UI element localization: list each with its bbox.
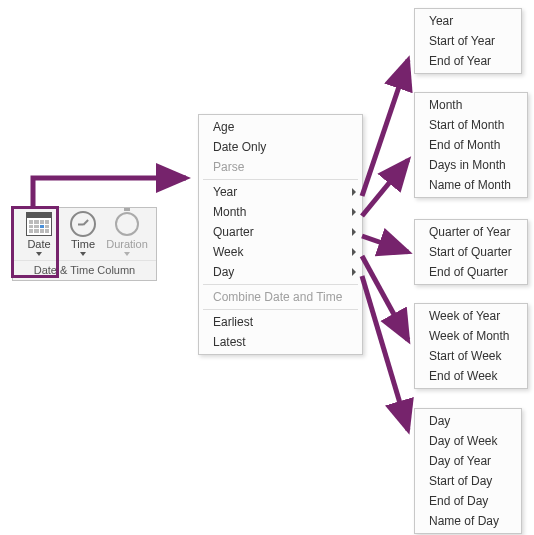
chevron-down-icon	[80, 252, 86, 256]
date-button-label: Date	[17, 238, 61, 251]
menu-item-start-of-month[interactable]: Start of Month	[415, 115, 527, 135]
menu-item-month-month[interactable]: Month	[415, 95, 527, 115]
submenu-arrow-icon	[352, 188, 356, 196]
date-menu: Age Date Only Parse Year Month Quarter W…	[198, 114, 363, 355]
svg-line-1	[362, 160, 408, 216]
calendar-icon	[25, 212, 53, 236]
submenu-day: Day Day of Week Day of Year Start of Day…	[414, 408, 522, 534]
submenu-arrow-icon	[352, 208, 356, 216]
duration-button-label: Duration	[105, 238, 149, 251]
submenu-arrow-icon	[352, 228, 356, 236]
submenu-week: Week of Year Week of Month Start of Week…	[414, 303, 528, 389]
submenu-year: Year Start of Year End of Year	[414, 8, 522, 74]
menu-item-earliest[interactable]: Earliest	[199, 312, 362, 332]
menu-item-start-of-year[interactable]: Start of Year	[415, 31, 521, 51]
menu-item-label: Month	[213, 205, 246, 219]
submenu-arrow-icon	[352, 248, 356, 256]
submenu-quarter: Quarter of Year Start of Quarter End of …	[414, 219, 528, 285]
svg-line-0	[362, 60, 408, 196]
menu-item-age[interactable]: Age	[199, 117, 362, 137]
menu-item-label: Quarter	[213, 225, 254, 239]
menu-item-day-of-week[interactable]: Day of Week	[415, 431, 521, 451]
menu-item-week-of-month[interactable]: Week of Month	[415, 326, 527, 346]
menu-item-day-day[interactable]: Day	[415, 411, 521, 431]
menu-separator	[203, 179, 358, 180]
menu-item-year-year[interactable]: Year	[415, 11, 521, 31]
stopwatch-icon	[113, 212, 141, 236]
menu-separator	[203, 309, 358, 310]
duration-dropdown-button: Duration	[105, 210, 149, 258]
menu-item-label: Year	[213, 185, 237, 199]
menu-item-end-of-quarter[interactable]: End of Quarter	[415, 262, 527, 282]
menu-separator	[203, 284, 358, 285]
menu-item-label: Week	[213, 245, 243, 259]
menu-item-start-of-quarter[interactable]: Start of Quarter	[415, 242, 527, 262]
time-dropdown-button[interactable]: Time	[61, 210, 105, 258]
time-button-label: Time	[61, 238, 105, 251]
chevron-down-icon	[36, 252, 42, 256]
menu-item-combine: Combine Date and Time	[199, 287, 362, 307]
menu-item-quarter[interactable]: Quarter	[199, 222, 362, 242]
submenu-month: Month Start of Month End of Month Days i…	[414, 92, 528, 198]
menu-item-name-of-day[interactable]: Name of Day	[415, 511, 521, 531]
menu-item-end-of-week[interactable]: End of Week	[415, 366, 527, 386]
svg-line-4	[362, 276, 408, 430]
menu-item-month[interactable]: Month	[199, 202, 362, 222]
clock-icon	[69, 212, 97, 236]
menu-item-end-of-day[interactable]: End of Day	[415, 491, 521, 511]
menu-item-end-of-month[interactable]: End of Month	[415, 135, 527, 155]
menu-item-name-of-month[interactable]: Name of Month	[415, 175, 527, 195]
menu-item-date-only[interactable]: Date Only	[199, 137, 362, 157]
menu-item-day-of-year[interactable]: Day of Year	[415, 451, 521, 471]
svg-line-3	[362, 256, 408, 340]
menu-item-start-of-day[interactable]: Start of Day	[415, 471, 521, 491]
menu-item-day[interactable]: Day	[199, 262, 362, 282]
menu-item-start-of-week[interactable]: Start of Week	[415, 346, 527, 366]
menu-item-week[interactable]: Week	[199, 242, 362, 262]
chevron-down-icon	[124, 252, 130, 256]
menu-item-parse: Parse	[199, 157, 362, 177]
menu-item-quarter-of-year[interactable]: Quarter of Year	[415, 222, 527, 242]
svg-line-2	[362, 236, 408, 252]
menu-item-label: Day	[213, 265, 234, 279]
menu-item-latest[interactable]: Latest	[199, 332, 362, 352]
menu-item-end-of-year[interactable]: End of Year	[415, 51, 521, 71]
submenu-arrow-icon	[352, 268, 356, 276]
ribbon-group-date-time: Date Time Duration Date & Time Column	[12, 207, 157, 281]
menu-item-week-of-year[interactable]: Week of Year	[415, 306, 527, 326]
date-dropdown-button[interactable]: Date	[17, 210, 61, 258]
menu-item-year[interactable]: Year	[199, 182, 362, 202]
ribbon-group-label: Date & Time Column	[13, 260, 156, 280]
menu-item-days-in-month[interactable]: Days in Month	[415, 155, 527, 175]
